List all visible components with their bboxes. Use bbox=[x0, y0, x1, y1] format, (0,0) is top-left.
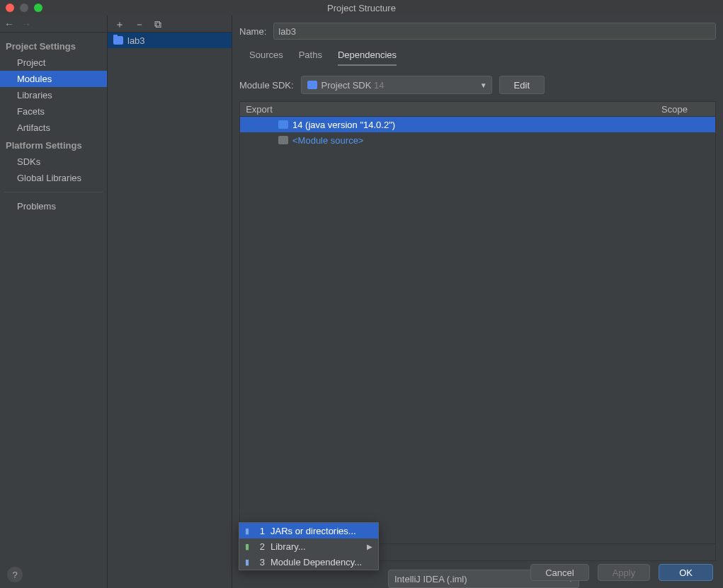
sidebar-item-modules[interactable]: Modules bbox=[0, 71, 107, 87]
module-sdk-value: Project SDK bbox=[321, 80, 372, 91]
module-folder-icon bbox=[113, 36, 123, 45]
sidebar-separator bbox=[4, 192, 103, 192]
edit-sdk-button[interactable]: Edit bbox=[499, 76, 545, 94]
module-tabs: Sources Paths Dependencies bbox=[249, 50, 716, 66]
dialog-buttons: Cancel Apply OK bbox=[530, 564, 713, 581]
cancel-button[interactable]: Cancel bbox=[530, 564, 588, 581]
name-label: Name: bbox=[239, 26, 266, 37]
module-item-label: lab3 bbox=[127, 35, 145, 46]
ok-button[interactable]: OK bbox=[659, 564, 713, 581]
popup-item-label: Module Dependency... bbox=[271, 557, 362, 567]
module-details-panel: Name: Sources Paths Dependencies Module … bbox=[232, 16, 723, 588]
sdk-folder-icon bbox=[307, 81, 317, 89]
dependency-label: <Module source> bbox=[292, 135, 363, 146]
popup-item-num: 2 bbox=[258, 541, 265, 552]
tab-paths[interactable]: Paths bbox=[299, 50, 322, 66]
help-button[interactable]: ? bbox=[7, 567, 23, 582]
column-scope[interactable]: Scope bbox=[657, 104, 715, 115]
sidebar-item-project[interactable]: Project bbox=[0, 54, 107, 71]
tab-dependencies[interactable]: Dependencies bbox=[338, 50, 397, 66]
add-dependency-popup: ▮ 1 JARs or directories... ▮ 2 Library..… bbox=[239, 522, 379, 570]
module-format-value: IntelliJ IDEA (.iml) bbox=[394, 574, 467, 584]
sidebar-header-platform-settings: Platform Settings bbox=[0, 136, 107, 154]
module-sdk-version: 14 bbox=[374, 80, 384, 91]
module-name-input[interactable] bbox=[273, 23, 716, 40]
sdk-icon bbox=[278, 120, 288, 129]
remove-module-icon[interactable]: － bbox=[135, 19, 144, 29]
popup-item-jars[interactable]: ▮ 1 JARs or directories... bbox=[239, 523, 378, 538]
modules-toolbar: ＋ － ⧉ bbox=[108, 16, 232, 33]
sidebar-history-nav: ← → bbox=[0, 16, 107, 33]
popup-item-label: Library... bbox=[271, 541, 306, 552]
sidebar-item-artifacts[interactable]: Artifacts bbox=[0, 120, 107, 136]
forward-icon[interactable]: → bbox=[21, 19, 31, 29]
module-sdk-combo[interactable]: Project SDK 14 ▼ bbox=[301, 76, 492, 94]
dependency-row-sdk[interactable]: 14 (java version "14.0.2") bbox=[240, 117, 715, 132]
submenu-arrow-icon: ▶ bbox=[367, 543, 372, 550]
add-module-icon[interactable]: ＋ bbox=[115, 19, 125, 29]
column-export[interactable]: Export bbox=[240, 104, 278, 115]
sidebar-header-project-settings: Project Settings bbox=[0, 37, 107, 54]
sidebar-item-sdks[interactable]: SDKs bbox=[0, 154, 107, 170]
modules-column: ＋ － ⧉ lab3 bbox=[108, 16, 232, 588]
jar-icon: ▮ bbox=[245, 526, 252, 536]
popup-item-library[interactable]: ▮ 2 Library... ▶ bbox=[239, 538, 378, 554]
popup-item-module-dependency[interactable]: ▮ 3 Module Dependency... bbox=[239, 554, 378, 570]
settings-sidebar: ← → Project Settings Project Modules Lib… bbox=[0, 16, 108, 588]
sidebar-item-facets[interactable]: Facets bbox=[0, 103, 107, 120]
popup-item-num: 1 bbox=[258, 526, 265, 536]
module-item-lab3[interactable]: lab3 bbox=[108, 33, 232, 48]
popup-item-num: 3 bbox=[258, 557, 265, 567]
tab-sources[interactable]: Sources bbox=[249, 50, 283, 66]
dependency-label: 14 (java version "14.0.2") bbox=[292, 120, 395, 130]
sidebar-item-libraries[interactable]: Libraries bbox=[0, 87, 107, 103]
library-icon: ▮ bbox=[245, 542, 252, 551]
dependencies-header: Export Scope bbox=[239, 101, 716, 117]
apply-button[interactable]: Apply bbox=[598, 564, 651, 581]
sidebar-item-global-libraries[interactable]: Global Libraries bbox=[0, 170, 107, 186]
module-sdk-label: Module SDK: bbox=[239, 80, 294, 91]
dependency-row-module-source[interactable]: <Module source> bbox=[240, 132, 715, 148]
titlebar: Project Structure bbox=[0, 0, 723, 16]
back-icon[interactable]: ← bbox=[4, 19, 14, 29]
window-title: Project Structure bbox=[0, 3, 723, 13]
module-dep-icon: ▮ bbox=[245, 558, 252, 567]
sidebar-item-problems[interactable]: Problems bbox=[0, 198, 107, 214]
dependencies-list: 14 (java version "14.0.2") <Module sourc… bbox=[239, 117, 716, 544]
popup-item-label: JARs or directories... bbox=[271, 526, 356, 536]
copy-module-icon[interactable]: ⧉ bbox=[154, 19, 161, 29]
module-source-icon bbox=[278, 136, 288, 144]
chevron-down-icon: ▼ bbox=[480, 81, 487, 89]
